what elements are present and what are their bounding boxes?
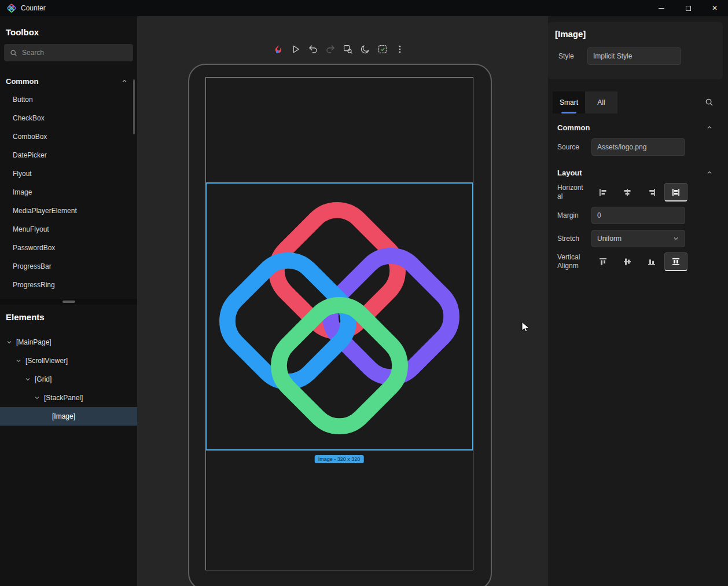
inspect-element-icon[interactable] (340, 42, 355, 57)
toolbox-search-input[interactable] (22, 49, 127, 57)
align-bottom-icon (647, 257, 656, 266)
align-top-icon (598, 257, 608, 266)
stretch-row: Stretch Uniform (548, 227, 728, 250)
toolbox-item-datepicker[interactable]: DatePicker (0, 146, 137, 164)
style-input[interactable] (587, 47, 681, 65)
close-button[interactable]: ✕ (701, 0, 728, 16)
undo-icon[interactable] (306, 42, 321, 57)
horizontal-alignment-label: Horizontal (557, 184, 584, 201)
toolbox-item-passwordbox[interactable]: PasswordBox (0, 239, 137, 257)
tree-item-label: [MainPage] (16, 338, 52, 346)
chevron-down-icon[interactable] (24, 376, 31, 383)
align-stretch-vertical-button[interactable] (664, 252, 687, 271)
section-common[interactable]: Common (548, 120, 728, 134)
search-icon (10, 49, 17, 57)
resize-grip-icon (62, 301, 75, 303)
section-layout[interactable]: Layout (548, 166, 728, 180)
chevron-down-icon[interactable] (15, 357, 22, 364)
toolbox-item-checkbox[interactable]: CheckBox (0, 109, 137, 127)
toolbox-item-progressring[interactable]: ProgressRing (0, 276, 137, 294)
source-row: Source (548, 135, 728, 159)
align-bottom-button[interactable] (640, 252, 663, 271)
minimize-button[interactable] (648, 0, 675, 16)
align-center-vertical-icon (623, 257, 632, 266)
style-row: Style (555, 47, 716, 65)
design-canvas[interactable]: Image - 320 x 320 (137, 16, 548, 586)
selection-size-badge: Image - 320 x 320 (315, 455, 364, 463)
toolbox-search[interactable] (4, 44, 133, 61)
validate-icon[interactable] (375, 42, 390, 57)
mouse-cursor (521, 321, 531, 334)
theme-toggle-icon[interactable] (358, 42, 373, 57)
align-right-icon (647, 188, 656, 197)
align-left-icon (598, 188, 608, 197)
titlebar: Counter ✕ (0, 0, 728, 16)
section-common-label: Common (557, 123, 590, 132)
vertical-alignment-label: Vertical Alignm (557, 253, 584, 270)
stretch-select[interactable]: Uniform (591, 230, 685, 247)
source-input[interactable] (591, 138, 685, 156)
tree-item-image[interactable]: [Image] (0, 407, 137, 426)
align-stretch-vertical-icon (671, 257, 681, 266)
toolbox-item-menuflyout[interactable]: MenuFlyout (0, 220, 137, 239)
redo-icon[interactable] (323, 42, 338, 57)
horizontal-alignment-row: Horizontal (548, 181, 728, 204)
elements-title: Elements (6, 312, 45, 322)
tree-item-label: [Image] (52, 412, 75, 420)
left-panel: Toolbox Common Button CheckBox ComboBox … (0, 16, 137, 586)
toolbox-section-common[interactable]: Common (0, 73, 137, 89)
toolbox-item-flyout[interactable]: Flyout (0, 164, 137, 183)
properties-search-button[interactable] (703, 97, 715, 109)
margin-label: Margin (557, 211, 584, 220)
horizontal-alignment-group (591, 183, 687, 202)
section-layout-label: Layout (557, 169, 582, 177)
toolbox-item-button[interactable]: Button (0, 90, 137, 109)
panel-resize-handle[interactable] (0, 299, 137, 305)
hot-design-flame-icon[interactable] (271, 42, 286, 57)
margin-input[interactable] (591, 207, 685, 224)
app-logo-icon (7, 3, 16, 13)
align-center-horizontal-button[interactable] (616, 183, 639, 202)
maximize-icon (686, 6, 691, 11)
toolbox-item-combobox[interactable]: ComboBox (0, 127, 137, 146)
tree-item-stackpanel[interactable]: [StackPanel] (0, 389, 137, 407)
source-label: Source (557, 143, 584, 152)
chevron-down-icon[interactable] (34, 394, 41, 401)
align-right-button[interactable] (640, 183, 663, 202)
tab-all[interactable]: All (585, 91, 617, 113)
align-center-horizontal-icon (623, 188, 632, 197)
play-icon[interactable] (288, 42, 303, 57)
toolbox-item-progressbar[interactable]: ProgressBar (0, 257, 137, 276)
margin-row: Margin (548, 204, 728, 227)
toolbox-list: Button CheckBox ComboBox DatePicker Flyo… (0, 90, 137, 294)
stretch-label: Stretch (557, 235, 584, 243)
tree-item-grid[interactable]: [Grid] (0, 370, 137, 389)
logo-ring-blue (215, 248, 361, 394)
selected-image-element[interactable] (205, 182, 473, 451)
chevron-up-icon (706, 124, 713, 131)
chevron-down-icon[interactable] (6, 339, 13, 346)
toolbox-scrollbar[interactable] (133, 79, 135, 134)
window-controls: ✕ (648, 0, 728, 16)
style-label: Style (558, 52, 587, 60)
logo-image (207, 184, 472, 449)
toolbox-item-image[interactable]: Image (0, 183, 137, 202)
tree-item-mainpage[interactable]: [MainPage] (0, 333, 137, 351)
properties-panel: [Image] Style Smart All Common Source La… (548, 16, 728, 586)
align-stretch-horizontal-icon (671, 188, 681, 197)
align-center-vertical-button[interactable] (616, 252, 639, 271)
chevron-up-icon (121, 78, 128, 85)
align-stretch-horizontal-button[interactable] (664, 183, 687, 202)
design-toolbar (271, 42, 407, 57)
tree-item-label: [Grid] (35, 375, 52, 383)
tree-item-scrollviewer[interactable]: [ScrollViewer] (0, 351, 137, 370)
tab-smart[interactable]: Smart (553, 91, 585, 113)
vertical-alignment-group (591, 252, 687, 271)
tree-item-label: [StackPanel] (44, 394, 83, 402)
maximize-button[interactable] (675, 0, 701, 16)
align-left-button[interactable] (591, 183, 615, 202)
more-options-icon[interactable] (392, 42, 407, 57)
align-top-button[interactable] (591, 252, 615, 271)
window-title: Counter (21, 4, 46, 12)
toolbox-item-mediaplayerelement[interactable]: MediaPlayerElement (0, 202, 137, 220)
